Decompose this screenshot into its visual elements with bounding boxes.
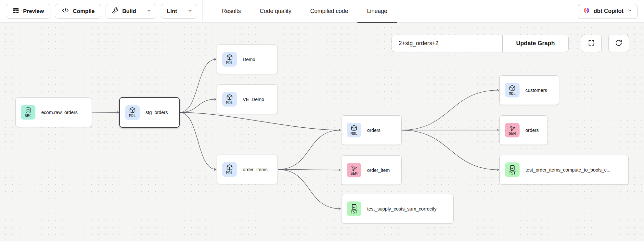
clipboard-check-icon (509, 164, 516, 172)
lint-button-label: Lint (167, 8, 177, 15)
edge-stg_orders-to-order_items (180, 112, 216, 170)
update-graph-button[interactable]: Update Graph (502, 35, 568, 52)
compile-button-label: Compile (73, 8, 95, 15)
node-kind-label: TST (509, 172, 516, 175)
chevron-down-icon (187, 8, 193, 15)
node-label: test_supply_costs_sum_correctly (367, 206, 437, 211)
node-kind-label: TST (351, 211, 357, 214)
edge-orders_mdl-to-test_order_items (402, 130, 499, 170)
node-label: order_item (367, 168, 390, 173)
node-kind-label: MDL (351, 132, 357, 136)
mdl-badge: MDL (125, 105, 140, 120)
src-badge: SRC (21, 105, 35, 120)
preview-button[interactable]: Preview (6, 4, 50, 19)
node-label: orders (525, 128, 539, 133)
node-label: orders (367, 128, 380, 133)
mdl-badge: MDL (222, 92, 237, 107)
fullscreen-button[interactable] (581, 35, 602, 52)
edge-order_items-to-order_item_sem (278, 170, 341, 170)
mdl-badge: MDL (222, 52, 237, 67)
node-kind-label: MDL (509, 92, 516, 96)
lineage-node-raw_orders[interactable]: SRCecom.raw_orders (15, 97, 92, 127)
lineage-node-customers[interactable]: MDLcustomers (499, 75, 559, 105)
edge-order_items-to-test_supply (278, 170, 341, 209)
lineage-selector-input[interactable]: 2+stg_orders+2 (392, 35, 502, 52)
dbt-copilot-label: dbt Copilot (594, 8, 624, 15)
lineage-node-order_items[interactable]: MDLorder_items (217, 155, 278, 184)
node-label: stg_orders (146, 110, 168, 115)
node-kind-label: MDL (226, 171, 233, 175)
cube-icon (351, 125, 357, 132)
node-label: ecom.raw_orders (41, 110, 78, 115)
lint-button[interactable]: Lint (161, 4, 183, 18)
lineage-canvas[interactable]: SRCecom.raw_ordersMDLstg_ordersMDLDemoMD… (0, 23, 644, 241)
lint-split-button: Lint (161, 4, 197, 19)
tst-badge: TST (505, 162, 520, 177)
refresh-icon (615, 39, 622, 48)
node-label: Demo (243, 57, 255, 62)
lineage-node-test_supply[interactable]: TSTtest_supply_costs_sum_correctly (341, 194, 454, 224)
tst-badge: TST (347, 201, 361, 216)
lineage-node-orders_sem[interactable]: SEMorders (499, 115, 548, 145)
lineage-node-test_order_items[interactable]: TSTtest_order_items_compute_to_bools_c..… (499, 155, 629, 185)
sem-badge: SEM (505, 123, 520, 137)
network-icon (351, 165, 357, 172)
cube-icon (226, 94, 233, 101)
edge-raw_orders-to-stg_orders (92, 112, 119, 113)
tab-code-quality[interactable]: Code quality (250, 0, 301, 23)
lineage-node-ve_demo[interactable]: MDLVE_Demo (217, 84, 278, 114)
node-kind-label: SEM (509, 132, 516, 136)
lineage-node-order_item_sem[interactable]: SEMorder_item (341, 155, 402, 185)
edge-stg_orders-to-demo (180, 59, 216, 113)
node-label: customers (525, 88, 547, 93)
header: Preview Compile Build Lint Results (0, 0, 644, 23)
table-icon (12, 7, 19, 16)
chevron-down-icon (627, 8, 632, 15)
node-label: test_order_items_compute_to_bools_c... (525, 167, 611, 173)
compile-button[interactable]: Compile (55, 4, 101, 19)
lineage-selector-group: 2+stg_orders+2 Update Graph (392, 35, 569, 52)
node-kind-label: MDL (129, 114, 136, 118)
lineage-node-stg_orders[interactable]: MDLstg_orders (119, 97, 180, 128)
toolbar-tabs-divider (202, 0, 203, 23)
cube-icon (509, 85, 516, 92)
build-button[interactable]: Build (106, 4, 142, 18)
fullscreen-icon (588, 39, 595, 48)
tab-results[interactable]: Results (213, 0, 250, 23)
build-split-button: Build (106, 4, 156, 19)
network-icon (509, 125, 516, 132)
mdl-badge: MDL (505, 83, 520, 97)
tab-lineage[interactable]: Lineage (357, 0, 396, 23)
edge-stg_orders-to-ve_demo (180, 99, 216, 113)
lineage-selector-value: 2+stg_orders+2 (399, 40, 439, 47)
node-kind-label: SRC (25, 114, 32, 118)
sem-badge: SEM (347, 163, 361, 177)
preview-button-label: Preview (23, 8, 44, 15)
dbt-logo-icon (583, 7, 590, 16)
refresh-button[interactable] (608, 35, 629, 52)
lineage-node-orders_mdl[interactable]: MDLorders (341, 115, 402, 145)
bottom-strip (0, 241, 644, 243)
node-label: VE_Demo (243, 97, 264, 102)
chevron-down-icon (146, 8, 152, 15)
cube-icon (226, 164, 233, 171)
edge-stg_orders-to-orders_mdl (180, 112, 341, 130)
tab-compiled-code[interactable]: Compiled code (301, 0, 358, 23)
node-kind-label: SEM (351, 172, 357, 176)
lint-dropdown-button[interactable] (183, 4, 197, 18)
mdl-badge: MDL (222, 162, 237, 177)
mdl-badge: MDL (347, 123, 361, 137)
database-icon (25, 107, 32, 114)
wrench-icon (112, 7, 119, 16)
code-icon (61, 7, 69, 16)
result-tabs: Results Code quality Compiled code Linea… (213, 0, 397, 23)
clipboard-check-icon (351, 203, 357, 211)
lineage-node-demo[interactable]: MDLDemo (217, 45, 278, 74)
node-kind-label: MDL (226, 101, 233, 105)
build-dropdown-button[interactable] (142, 4, 156, 18)
dbt-copilot-button[interactable]: dbt Copilot (578, 4, 638, 19)
toolbar: Preview Compile Build Lint (0, 4, 197, 19)
node-kind-label: MDL (226, 61, 233, 65)
build-button-label: Build (122, 8, 136, 15)
cube-icon (226, 54, 233, 61)
